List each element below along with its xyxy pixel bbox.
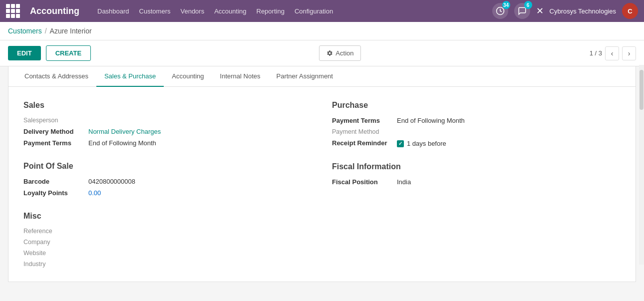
activity-badge[interactable]: 34 <box>492 3 508 19</box>
sales-payment-terms-value: End of Following Month <box>88 139 156 147</box>
website-row: Website <box>23 250 312 257</box>
gear-icon <box>326 50 333 56</box>
checkbox-checked-icon <box>397 140 404 147</box>
pos-title: Point Of Sale <box>23 162 312 171</box>
tab-contacts[interactable]: Contacts & Addresses <box>16 66 96 87</box>
prev-page-button[interactable]: ‹ <box>605 46 619 60</box>
sales-payment-terms-label: Payment Terms <box>23 139 88 147</box>
sales-section: Sales Salesperson Delivery Method Normal… <box>23 101 312 147</box>
delivery-method-row: Delivery Method Normal Delivery Charges <box>23 128 312 135</box>
barcode-label: Barcode <box>23 178 88 185</box>
tab-partner-assignment[interactable]: Partner Assignment <box>269 66 341 87</box>
fiscal-position-label: Fiscal Position <box>332 178 397 186</box>
misc-section: Misc Reference Company Website Indus <box>23 212 312 268</box>
message-count: 6 <box>524 1 532 9</box>
nav-links: Dashboard Customers Vendors Accounting R… <box>97 7 482 15</box>
industry-row: Industry <box>23 261 312 268</box>
breadcrumb-parent[interactable]: Customers <box>8 27 42 35</box>
purchase-payment-terms-label: Payment Terms <box>332 117 397 124</box>
company-row: Company <box>23 239 312 246</box>
purchase-section: Purchase Payment Terms End of Following … <box>332 101 621 147</box>
barcode-row: Barcode 0420800000008 <box>23 178 312 185</box>
point-of-sale-section: Point Of Sale Barcode 0420800000008 Loya… <box>23 162 312 197</box>
tab-sales-purchase[interactable]: Sales & Purchase <box>96 66 164 87</box>
sales-title: Sales <box>23 101 312 110</box>
loyalty-points-value: 0.00 <box>88 189 101 197</box>
app-grid-icon[interactable] <box>6 4 20 18</box>
top-nav-right: 34 6 ✕ Cybrosys Technologies C <box>492 3 638 19</box>
create-button[interactable]: CREATE <box>46 45 91 61</box>
receipt-reminder-label: Receipt Reminder <box>332 139 397 147</box>
delivery-method-value[interactable]: Normal Delivery Charges <box>88 128 161 135</box>
breadcrumb-separator: / <box>45 27 47 35</box>
nav-vendors[interactable]: Vendors <box>180 7 204 15</box>
toolbar: EDIT CREATE Action 1 / 3 ‹ › <box>0 40 644 66</box>
tabs-container: Contacts & Addresses Sales & Purchase Ac… <box>8 66 636 282</box>
industry-label: Industry <box>23 261 88 268</box>
loyalty-points-label: Loyalty Points <box>23 189 88 197</box>
reference-row: Reference <box>23 228 312 235</box>
nav-accounting[interactable]: Accounting <box>214 7 246 15</box>
main-content: Contacts & Addresses Sales & Purchase Ac… <box>0 66 644 301</box>
fiscal-section: Fiscal Information Fiscal Position India <box>332 162 621 186</box>
next-page-button[interactable]: › <box>622 46 636 60</box>
top-nav: Accounting Dashboard Customers Vendors A… <box>0 0 644 22</box>
breadcrumb: Customers / Azure Interior <box>0 22 644 40</box>
nav-customers[interactable]: Customers <box>139 7 171 15</box>
scrollbar-track[interactable] <box>639 65 644 265</box>
barcode-value: 0420800000008 <box>88 178 135 185</box>
purchase-payment-terms-row: Payment Terms End of Following Month <box>332 117 621 124</box>
breadcrumb-current: Azure Interior <box>50 27 92 35</box>
form-body: Sales Salesperson Delivery Method Normal… <box>8 87 636 282</box>
pagination: 1 / 3 ‹ › <box>590 46 636 60</box>
nav-dashboard[interactable]: Dashboard <box>97 7 129 15</box>
message-badge[interactable]: 6 <box>514 3 530 19</box>
delivery-method-label: Delivery Method <box>23 128 88 135</box>
payment-method-label: Payment Method <box>332 128 397 135</box>
receipt-reminder-days: 1 days before <box>407 140 446 147</box>
action-button[interactable]: Action <box>319 45 361 61</box>
tab-accounting[interactable]: Accounting <box>164 66 212 87</box>
action-label: Action <box>335 49 353 57</box>
page-info: 1 / 3 <box>590 49 602 57</box>
company-label: Company <box>23 239 88 246</box>
receipt-reminder-checkbox[interactable]: 1 days before <box>397 140 446 147</box>
right-column: Purchase Payment Terms End of Following … <box>332 97 621 272</box>
payment-method-row: Payment Method <box>332 128 621 135</box>
fiscal-position-row: Fiscal Position India <box>332 178 621 186</box>
website-label: Website <box>23 250 88 257</box>
tab-internal-notes[interactable]: Internal Notes <box>212 66 269 87</box>
left-column: Sales Salesperson Delivery Method Normal… <box>23 97 312 272</box>
purchase-title: Purchase <box>332 101 621 110</box>
app-name: Accounting <box>30 6 79 16</box>
user-avatar[interactable]: C <box>622 3 638 19</box>
scrollbar-thumb[interactable] <box>640 70 644 110</box>
receipt-reminder-row: Receipt Reminder 1 days before <box>332 139 621 147</box>
nav-configuration[interactable]: Configuration <box>295 7 333 15</box>
fiscal-position-value: India <box>397 178 411 186</box>
fiscal-title: Fiscal Information <box>332 162 621 171</box>
salesperson-label: Salesperson <box>23 117 88 124</box>
nav-reporting[interactable]: Reporting <box>257 7 285 15</box>
purchase-payment-terms-value: End of Following Month <box>397 117 465 124</box>
reference-label: Reference <box>23 228 88 235</box>
edit-button[interactable]: EDIT <box>8 46 41 60</box>
salesperson-row: Salesperson <box>23 117 312 124</box>
close-icon[interactable]: ✕ <box>536 5 544 16</box>
activity-count: 34 <box>502 1 510 9</box>
misc-title: Misc <box>23 212 312 221</box>
tabs-bar: Contacts & Addresses Sales & Purchase Ac… <box>8 66 636 87</box>
receipt-reminder-value: 1 days before <box>397 140 446 147</box>
loyalty-points-row: Loyalty Points 0.00 <box>23 189 312 197</box>
company-name[interactable]: Cybrosys Technologies <box>550 7 616 15</box>
sales-payment-terms-row: Payment Terms End of Following Month <box>23 139 312 147</box>
